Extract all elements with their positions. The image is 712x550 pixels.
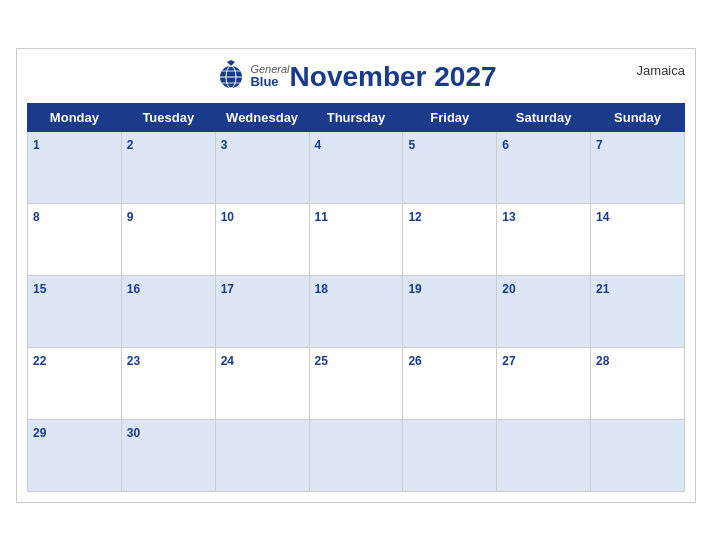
country-label: Jamaica	[637, 63, 685, 78]
day-cell-20: 20	[497, 275, 591, 347]
day-number: 11	[315, 210, 328, 224]
day-cell-17: 17	[215, 275, 309, 347]
day-number: 14	[596, 210, 609, 224]
day-number: 27	[502, 354, 515, 368]
day-cell-7: 7	[591, 131, 685, 203]
day-number: 6	[502, 138, 509, 152]
day-cell-8: 8	[28, 203, 122, 275]
day-cell-23: 23	[121, 347, 215, 419]
day-number: 20	[502, 282, 515, 296]
day-number: 2	[127, 138, 134, 152]
day-cell-19: 19	[403, 275, 497, 347]
day-cell-11: 11	[309, 203, 403, 275]
header-wednesday: Wednesday	[215, 103, 309, 131]
day-cell-empty	[591, 419, 685, 491]
header-sunday: Sunday	[591, 103, 685, 131]
day-number: 30	[127, 426, 140, 440]
week-row-5: 2930	[28, 419, 685, 491]
header-thursday: Thursday	[309, 103, 403, 131]
day-number: 16	[127, 282, 140, 296]
day-number: 26	[408, 354, 421, 368]
week-row-1: 1234567	[28, 131, 685, 203]
day-number: 29	[33, 426, 46, 440]
day-cell-5: 5	[403, 131, 497, 203]
day-cell-22: 22	[28, 347, 122, 419]
day-number: 1	[33, 138, 40, 152]
day-number: 18	[315, 282, 328, 296]
day-cell-25: 25	[309, 347, 403, 419]
day-cell-12: 12	[403, 203, 497, 275]
day-number: 19	[408, 282, 421, 296]
day-number: 8	[33, 210, 40, 224]
day-cell-empty	[309, 419, 403, 491]
logo-blue: Blue	[250, 75, 289, 89]
weekday-header-row: Monday Tuesday Wednesday Thursday Friday…	[28, 103, 685, 131]
day-number: 17	[221, 282, 234, 296]
day-cell-10: 10	[215, 203, 309, 275]
logo-icon	[215, 59, 247, 95]
week-row-4: 22232425262728	[28, 347, 685, 419]
day-number: 9	[127, 210, 134, 224]
day-number: 28	[596, 354, 609, 368]
day-cell-15: 15	[28, 275, 122, 347]
day-number: 15	[33, 282, 46, 296]
day-number: 24	[221, 354, 234, 368]
day-cell-29: 29	[28, 419, 122, 491]
week-row-3: 15161718192021	[28, 275, 685, 347]
day-cell-6: 6	[497, 131, 591, 203]
day-cell-empty	[215, 419, 309, 491]
day-number: 25	[315, 354, 328, 368]
header-tuesday: Tuesday	[121, 103, 215, 131]
week-row-2: 891011121314	[28, 203, 685, 275]
day-cell-26: 26	[403, 347, 497, 419]
day-cell-24: 24	[215, 347, 309, 419]
calendar-title: November 2027	[290, 61, 497, 93]
header-friday: Friday	[403, 103, 497, 131]
day-cell-2: 2	[121, 131, 215, 203]
header-saturday: Saturday	[497, 103, 591, 131]
day-cell-empty	[403, 419, 497, 491]
day-number: 22	[33, 354, 46, 368]
calendar-container: General Blue November 2027 Jamaica Monda…	[16, 48, 696, 503]
day-number: 5	[408, 138, 415, 152]
calendar-header: General Blue November 2027 Jamaica	[27, 59, 685, 95]
header-monday: Monday	[28, 103, 122, 131]
logo-text: General Blue	[250, 63, 289, 89]
day-cell-28: 28	[591, 347, 685, 419]
calendar-table: Monday Tuesday Wednesday Thursday Friday…	[27, 103, 685, 492]
day-number: 10	[221, 210, 234, 224]
day-cell-30: 30	[121, 419, 215, 491]
day-number: 12	[408, 210, 421, 224]
day-cell-16: 16	[121, 275, 215, 347]
day-cell-14: 14	[591, 203, 685, 275]
day-cell-21: 21	[591, 275, 685, 347]
day-number: 23	[127, 354, 140, 368]
day-number: 13	[502, 210, 515, 224]
day-number: 21	[596, 282, 609, 296]
day-number: 4	[315, 138, 322, 152]
day-cell-27: 27	[497, 347, 591, 419]
day-number: 3	[221, 138, 228, 152]
day-cell-4: 4	[309, 131, 403, 203]
day-number: 7	[596, 138, 603, 152]
logo: General Blue	[215, 59, 289, 95]
day-cell-1: 1	[28, 131, 122, 203]
day-cell-18: 18	[309, 275, 403, 347]
day-cell-9: 9	[121, 203, 215, 275]
day-cell-3: 3	[215, 131, 309, 203]
day-cell-13: 13	[497, 203, 591, 275]
day-cell-empty	[497, 419, 591, 491]
